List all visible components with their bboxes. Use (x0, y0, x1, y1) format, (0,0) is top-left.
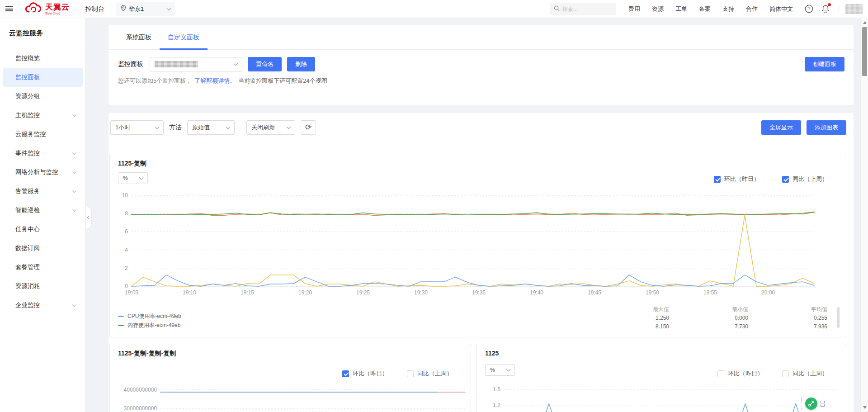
page-scrollbar[interactable] (860, 18, 868, 412)
tab-custom-panel[interactable]: 自定义面板 (160, 25, 208, 49)
stats-cell: 平均值 (748, 305, 827, 314)
sidebar-item-label: 资源消耗 (15, 282, 75, 290)
notification-bell-icon[interactable] (821, 5, 830, 13)
chevron-down-icon (72, 189, 76, 192)
svg-text:10: 10 (122, 192, 128, 199)
expand-icon[interactable] (821, 401, 825, 407)
legend-item-1[interactable]: 内存使用率-ecm-49eb (118, 321, 181, 330)
sidebar-item-8[interactable]: 智能巡检 (3, 201, 83, 220)
refresh-mode-select[interactable]: 关闭刷新 (246, 120, 295, 135)
stats-scrollbar[interactable] (837, 307, 840, 328)
sidebar-item-label: 监控面板 (15, 73, 75, 81)
stats-value-row: 8.1507.7307.936 (590, 322, 827, 331)
hamburger-menu-icon[interactable] (0, 0, 18, 18)
line-chart-1125: 1.51.2 (477, 344, 846, 412)
method-label: 方法 (169, 123, 182, 132)
fullscreen-button[interactable]: 全屏显示 (761, 120, 801, 135)
global-search[interactable] (550, 3, 616, 15)
nav-link-6[interactable]: 简体中文 (769, 5, 793, 13)
quota-detail-link[interactable]: 了解配额详情。 (194, 77, 236, 84)
stats-cell: 1.250 (590, 314, 669, 322)
nav-link-1[interactable]: 资源 (652, 5, 664, 13)
chart-legend: CPU使用率-ecm-49eb内存使用率-ecm-49eb (118, 312, 181, 330)
brand-logo[interactable]: 天翼云 State Cloud (24, 2, 70, 15)
svg-text:30000000000: 30000000000 (124, 405, 157, 412)
nav-link-4[interactable]: 支持 (722, 5, 734, 13)
stats-cell: 0.255 (748, 314, 827, 322)
svg-text:1.5: 1.5 (493, 386, 500, 393)
sidebar-title: 云监控服务 (0, 18, 85, 46)
sidebar-item-label: 主机监控 (15, 111, 73, 119)
ring-compare-checkbox[interactable]: 环比（昨日） (717, 369, 763, 378)
create-panel-button[interactable]: 创建面板 (805, 57, 844, 71)
scrollbar-thumb[interactable] (862, 27, 867, 76)
legend-label: CPU使用率-ecm-49eb (127, 313, 181, 320)
nav-link-5[interactable]: 合作 (746, 5, 758, 13)
sidebar-item-11[interactable]: 套餐管理 (3, 258, 83, 277)
panel-tabs: 系统面板 自定义面板 (108, 25, 854, 50)
stats-cell: 7.936 (748, 322, 827, 331)
ring-compare-checkbox[interactable]: 环比（昨日） (342, 369, 388, 378)
add-chart-button[interactable]: 添加图表 (807, 120, 846, 135)
chevron-down-icon (139, 175, 144, 180)
sidebar-item-4[interactable]: 云服务监控 (3, 125, 83, 144)
sidebar-item-9[interactable]: 任务中心 (3, 220, 83, 239)
sidebar-item-label: 监控概览 (15, 54, 75, 62)
quota-hint: 您还可以添加5个监控面板，了解配额详情。当前监控面板下还可配置24个视图 (108, 71, 854, 85)
ring-compare-checkbox[interactable]: 环比（昨日） (714, 175, 760, 183)
sidebar-item-0[interactable]: 监控概览 (3, 49, 83, 68)
year-compare-checkbox[interactable]: 同比（上周） (782, 369, 828, 378)
delete-button[interactable]: 删除 (287, 57, 315, 71)
stats-header-row: 最大值最小值平均值 (590, 305, 827, 314)
nav-link-0[interactable]: 费用 (628, 5, 640, 13)
legend-swatch (118, 325, 124, 326)
assistant-icon[interactable] (805, 398, 817, 410)
sidebar-item-2[interactable]: 资源分组 (3, 87, 83, 106)
method-select[interactable]: 原始值 (187, 120, 235, 135)
scroll-down-arrow-icon[interactable] (861, 404, 868, 411)
rename-button[interactable]: 重命名 (248, 57, 282, 71)
main-content: 系统面板 自定义面板 监控面板 重命名 删除 创建面板 您还可以添加5个监控面板… (86, 18, 860, 412)
user-avatar-redacted[interactable] (845, 4, 863, 14)
sidebar-item-6[interactable]: 网络分析与监控 (3, 163, 83, 182)
nav-link-2[interactable]: 工单 (675, 5, 687, 13)
sidebar-item-1[interactable]: 监控面板 (3, 68, 83, 87)
sidebar-collapse-handle[interactable] (86, 206, 92, 229)
console-link[interactable]: 控制台 (85, 5, 104, 13)
checkbox-unchecked-icon (782, 370, 789, 377)
sidebar-item-label: 告警服务 (15, 187, 73, 195)
stats-cell: 0.000 (669, 314, 748, 322)
year-compare-checkbox[interactable]: 同比（上周） (407, 369, 453, 378)
tab-system-panel[interactable]: 系统面板 (118, 25, 160, 49)
sidebar-item-13[interactable]: 企业监控 (3, 296, 83, 315)
sidebar-item-label: 数据订阅 (15, 244, 75, 252)
unit-select[interactable]: % (485, 364, 515, 376)
chart-panel-1125: 1125 % 环比（昨日） 同比（上周） 1.51.2 (476, 344, 846, 412)
location-pin-icon (121, 5, 126, 13)
svg-text:4: 4 (125, 247, 128, 253)
search-input[interactable] (562, 6, 608, 12)
legend-item-0[interactable]: CPU使用率-ecm-49eb (118, 312, 181, 321)
panel-select[interactable] (150, 57, 242, 71)
sidebar-item-label: 智能巡检 (15, 206, 73, 214)
stats-value-row: 1.2500.0000.255 (590, 314, 827, 322)
sidebar-item-3[interactable]: 主机监控 (3, 106, 83, 125)
help-icon[interactable]: ? (805, 5, 813, 13)
unit-select[interactable]: % (118, 172, 148, 184)
nav-link-3[interactable]: 备案 (699, 5, 711, 13)
region-selector[interactable]: 华东1 (116, 2, 175, 16)
sidebar-item-label: 网络分析与监控 (15, 168, 73, 176)
sidebar-item-12[interactable]: 资源消耗 (3, 277, 83, 296)
floating-assistant-widget (801, 397, 825, 410)
time-range-select[interactable]: 1小时 (110, 120, 164, 135)
year-compare-checkbox[interactable]: 同比（上周） (782, 175, 828, 183)
svg-text:0: 0 (125, 283, 128, 289)
svg-text:19:55: 19:55 (703, 289, 717, 296)
svg-text:19:45: 19:45 (588, 289, 601, 296)
sidebar-item-10[interactable]: 数据订阅 (3, 239, 83, 258)
refresh-button[interactable]: ⟳ (301, 120, 316, 135)
sidebar-item-7[interactable]: 告警服务 (3, 182, 83, 201)
chart-stats-table: 最大值最小值平均值1.2500.0000.2558.1507.7307.936 (590, 305, 827, 331)
sidebar-item-5[interactable]: 事件监控 (3, 144, 83, 163)
scroll-up-arrow-icon[interactable] (861, 19, 868, 26)
